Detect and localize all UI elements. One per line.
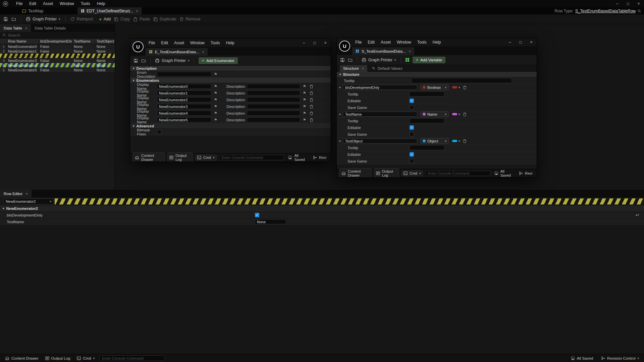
table-row[interactable]: 2 NewEnumerator1 False None None	[0, 49, 115, 54]
header-row-name[interactable]: Row Name	[7, 39, 39, 44]
table-row[interactable]: 6 NewEnumerator5 False None None	[0, 68, 115, 72]
header-testobject[interactable]: TestObject	[95, 39, 115, 44]
flag-icon[interactable]: ⚑	[302, 91, 307, 95]
table-row-dirty[interactable]: 3 NewEnumerator2 True None None	[0, 54, 115, 58]
content-drawer-button[interactable]: Content Drawer	[339, 168, 372, 178]
remove-button[interactable]: Remove	[180, 17, 201, 21]
flag-icon[interactable]: ⚑	[213, 104, 218, 109]
tab-structure[interactable]: Structure ×	[340, 65, 367, 72]
flag-icon[interactable]: ⚑	[213, 118, 218, 122]
row-select-dropdown[interactable]: NewEnumerator2 ▾	[3, 198, 54, 204]
menu-item-asset[interactable]: Asset	[378, 39, 394, 46]
menu-item-tools[interactable]: Tools	[208, 40, 223, 46]
chevron-down-icon[interactable]: ▾	[459, 86, 460, 89]
add-enumerator-button[interactable]: + Add Enumerator	[199, 57, 238, 64]
delete-enumerator-icon[interactable]	[310, 98, 313, 102]
menu-item-help[interactable]: Help	[94, 0, 109, 7]
row-editor-section-header[interactable]: ▾ NewEnumerator2	[0, 205, 644, 212]
display-name-input[interactable]: NewEnumerator0	[157, 84, 211, 89]
description-input[interactable]	[247, 111, 300, 116]
flag-icon[interactable]: ⚑	[302, 84, 307, 88]
menu-item-file[interactable]: File	[13, 0, 26, 7]
description-input[interactable]	[247, 117, 300, 122]
delete-variable-icon[interactable]	[463, 112, 467, 116]
add-variable-button[interactable]: + Add Variable	[413, 57, 446, 63]
cmd-button[interactable]: Cmd ▾	[195, 155, 217, 161]
browse-content-icon[interactable]	[11, 17, 16, 21]
variable-row[interactable]: ▾ TestObject Object ▾ ▾	[337, 138, 537, 144]
header-testname[interactable]: TestName	[72, 39, 95, 44]
revision-control-button[interactable]: Revi	[311, 155, 328, 160]
flag-icon[interactable]: ⚑	[213, 98, 218, 102]
table-row[interactable]: 1 NewEnumerator0 False None None	[0, 44, 115, 49]
header-bisdevelopmentonly[interactable]: bIsDevelopmentOnly	[39, 39, 72, 44]
tab-data-table[interactable]: Data Table ×	[0, 24, 31, 32]
editable-checkbox[interactable]: ✓	[410, 152, 414, 157]
cmd-button[interactable]: Cmd ▾	[401, 170, 423, 176]
description-input[interactable]	[247, 90, 300, 96]
close-tab-icon[interactable]: ×	[25, 192, 28, 196]
search-icon[interactable]	[637, 9, 641, 13]
delete-enumerator-icon[interactable]	[310, 111, 313, 115]
flag-icon[interactable]: ⚑	[213, 111, 218, 115]
revision-control-button[interactable]: Revision Control ▾	[599, 356, 641, 361]
reimport-button[interactable]: Reimport	[70, 17, 93, 21]
revision-control-button[interactable]: Revi	[517, 171, 534, 176]
close-icon[interactable]: ×	[526, 39, 537, 46]
save-game-checkbox[interactable]	[410, 159, 414, 163]
menu-item-asset[interactable]: Asset	[171, 40, 187, 46]
paste-button[interactable]: Paste	[133, 17, 150, 21]
maximize-icon[interactable]: □	[623, 0, 633, 7]
delete-variable-icon[interactable]	[463, 85, 467, 89]
menu-item-tools[interactable]: Tools	[77, 0, 94, 7]
variable-row[interactable]: ▾ TestName Name ▾ ▾	[337, 111, 537, 118]
menu-item-window[interactable]: Window	[394, 39, 414, 46]
display-name-input[interactable]: NewEnumerator3	[157, 104, 211, 109]
all-saved-button[interactable]: All Saved	[569, 356, 595, 361]
save-icon[interactable]	[3, 17, 8, 21]
maximize-icon[interactable]: □	[309, 39, 320, 47]
content-drawer-button[interactable]: Content Drawer	[133, 153, 165, 162]
reset-to-default-icon[interactable]: ↩	[636, 213, 639, 218]
graph-printer-button[interactable]: Graph Printer ▾	[362, 58, 396, 62]
display-name-input[interactable]: NewEnumerator1	[157, 90, 211, 96]
delete-enumerator-icon[interactable]	[310, 118, 313, 122]
flag-icon[interactable]: ⚑	[302, 98, 307, 102]
display-name-input[interactable]: NewEnumerator4	[157, 111, 211, 116]
table-row[interactable]: 4 NewEnumerator3 False None None	[0, 58, 115, 63]
browse-content-icon[interactable]	[348, 58, 353, 62]
close-tab-icon[interactable]: ×	[136, 9, 138, 13]
variable-name-input[interactable]: bIsDevelopmentOnly	[343, 85, 417, 90]
close-icon[interactable]: ×	[320, 39, 331, 47]
minimize-icon[interactable]: –	[299, 39, 309, 47]
save-icon[interactable]	[133, 58, 138, 63]
flag-icon[interactable]: ⚑	[213, 91, 218, 95]
menu-item-asset[interactable]: Asset	[40, 0, 56, 7]
menu-item-window[interactable]: Window	[187, 40, 208, 46]
section-advanced[interactable]: ▾ Advanced	[130, 123, 331, 129]
content-drawer-button[interactable]: Content Drawer	[3, 356, 41, 361]
flag-icon[interactable]: ⚑	[302, 118, 307, 122]
cmd-button[interactable]: Cmd ▾	[75, 356, 97, 361]
menu-item-edit[interactable]: Edit	[26, 0, 40, 7]
graph-printer-button[interactable]: Graph Printer ▾	[155, 58, 190, 63]
testname-input[interactable]: None	[255, 219, 286, 224]
section-description[interactable]: ▾ Description	[130, 66, 331, 71]
container-type-pill-icon[interactable]	[452, 86, 457, 88]
delete-enumerator-icon[interactable]	[310, 105, 313, 109]
console-command-input[interactable]: Enter Console Command	[425, 171, 490, 176]
enum-description-input[interactable]	[157, 72, 211, 77]
description-input[interactable]	[247, 104, 300, 109]
menu-item-file[interactable]: File	[146, 40, 158, 46]
section-structure[interactable]: ▾ Structure	[337, 72, 537, 77]
tooltip-input[interactable]	[410, 145, 444, 150]
row-type-value[interactable]: S_TestEnumBasedDataTableRow	[575, 9, 636, 13]
delete-enumerator-icon[interactable]	[310, 91, 313, 95]
chevron-down-icon[interactable]: ▾	[459, 139, 460, 143]
table-row-selected-dirty[interactable]: 5 NewEnumerator4 True None None	[0, 63, 115, 68]
menu-item-file[interactable]: File	[352, 39, 365, 46]
container-type-pill-icon[interactable]	[452, 113, 457, 115]
all-saved-button[interactable]: All Saved	[286, 153, 309, 162]
search-input[interactable]: Search	[0, 32, 115, 39]
duplicate-button[interactable]: Duplicate	[153, 17, 176, 21]
